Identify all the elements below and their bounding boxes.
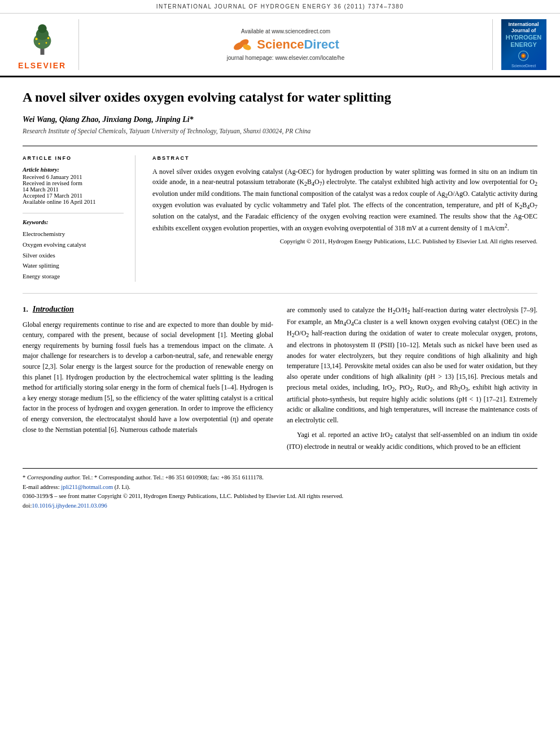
journal-thumbnail: InternationalJournal ofHYDROGENENERGY Sc… bbox=[492, 19, 549, 70]
header-area: ELSEVIER Available at www.sciencedirect.… bbox=[0, 14, 560, 77]
svg-point-5 bbox=[47, 37, 49, 40]
email-footnote: E-mail address: jpli211@hotmail.com (J. … bbox=[23, 483, 537, 492]
article-meta: ARTICLE INFO Article history: Received 6… bbox=[23, 146, 537, 281]
sciencedirect-logo: ScienceDirect bbox=[232, 37, 339, 53]
sciencedirect-leaves-icon bbox=[232, 37, 253, 53]
elsevier-brand-text: ELSEVIER bbox=[18, 61, 66, 70]
authors: Wei Wang, Qiang Zhao, Jinxiang Dong, Jin… bbox=[23, 115, 537, 124]
article-info-label: ARTICLE INFO bbox=[23, 155, 124, 161]
svg-point-3 bbox=[38, 24, 46, 33]
journal-homepage: journal homepage: www.elsevier.com/locat… bbox=[227, 55, 344, 61]
journal-cover-image: InternationalJournal ofHYDROGENENERGY Sc… bbox=[501, 19, 546, 70]
intro-right-text: are commonly used to catalyze the H2O/H2… bbox=[287, 305, 537, 452]
svg-point-7 bbox=[45, 42, 47, 44]
abstract-text: A novel silver oxides oxygen evolving ca… bbox=[152, 167, 537, 233]
abstract-label: ABSTRACT bbox=[152, 155, 537, 161]
journal-title-header: International Journal of Hydrogen Energy… bbox=[156, 3, 404, 10]
footnote-area: * Corresponding author. Tel.: * Correspo… bbox=[23, 468, 537, 511]
svg-point-4 bbox=[35, 38, 37, 40]
right-column: are commonly used to catalyze the H2O/H2… bbox=[287, 305, 537, 457]
abstract-section: ABSTRACT A novel silver oxides oxygen ev… bbox=[152, 155, 537, 281]
intro-heading: 1. Introduction bbox=[23, 305, 273, 314]
cover-title: InternationalJournal ofHYDROGENENERGY bbox=[506, 21, 542, 49]
available-text: Available at www.sciencedirect.com bbox=[241, 28, 330, 34]
left-column: 1. Introduction Global energy requiremen… bbox=[23, 305, 273, 457]
keywords-section: Keywords: Electrochemistry Oxygen evolvi… bbox=[23, 213, 124, 281]
doi-link[interactable]: 10.1016/j.ijhydene.2011.03.096 bbox=[32, 503, 107, 509]
keyword-oec: Oxygen evolving catalyst bbox=[23, 239, 124, 250]
keyword-water-splitting: Water splitting bbox=[23, 260, 124, 271]
copyright-text: Copyright © 2011, Hydrogen Energy Public… bbox=[152, 238, 537, 244]
email-link[interactable]: jpli211@hotmail.com bbox=[61, 484, 113, 490]
section-number: 1. bbox=[23, 305, 28, 314]
revised-label: Received in revised form bbox=[23, 180, 124, 186]
section-divider bbox=[23, 293, 537, 294]
affiliation: Research Institute of Special Chemicals,… bbox=[23, 128, 537, 134]
section-title: Introduction bbox=[33, 305, 74, 314]
article-content: A novel silver oxides oxygen evolving ca… bbox=[0, 77, 560, 522]
doi-footnote: doi:10.1016/j.ijhydene.2011.03.096 bbox=[23, 501, 537, 511]
revised-date: 14 March 2011 bbox=[23, 186, 124, 193]
elsevier-logo: ELSEVIER bbox=[11, 19, 79, 70]
elsevier-tree-icon bbox=[23, 19, 62, 59]
received-date: Received 6 January 2011 bbox=[23, 174, 124, 180]
keyword-silver-oxides: Silver oxides bbox=[23, 250, 124, 261]
journal-header-bar: International Journal of Hydrogen Energy… bbox=[0, 0, 560, 14]
accepted-date: Accepted 17 March 2011 bbox=[23, 193, 124, 199]
sciencedirect-text: ScienceDirect bbox=[257, 37, 339, 52]
issn-footnote: 0360-3199/$ – see front matter Copyright… bbox=[23, 492, 537, 501]
authors-text: Wei Wang, Qiang Zhao, Jinxiang Dong, Jin… bbox=[23, 115, 194, 124]
history-label: Article history: bbox=[23, 167, 124, 173]
available-online-date: Available online 16 April 2011 bbox=[23, 199, 124, 205]
keywords-label: Keywords: bbox=[23, 219, 124, 225]
article-title: A novel silver oxides oxygen evolving ca… bbox=[23, 89, 537, 106]
article-info-panel: ARTICLE INFO Article history: Received 6… bbox=[23, 155, 135, 281]
svg-point-6 bbox=[38, 43, 40, 45]
cover-publisher: ScienceDirect bbox=[511, 64, 536, 68]
corresponding-author: * Corresponding author. Tel.: * Correspo… bbox=[23, 473, 537, 483]
sciencedirect-area: Available at www.sciencedirect.com Scien… bbox=[85, 19, 487, 70]
intro-left-text: Global energy requirements continue to r… bbox=[23, 320, 273, 435]
keyword-electrochemistry: Electrochemistry bbox=[23, 229, 124, 239]
cover-graphic-icon bbox=[511, 49, 536, 63]
keyword-energy-storage: Energy storage bbox=[23, 271, 124, 282]
svg-point-13 bbox=[522, 55, 524, 57]
main-body: 1. Introduction Global energy requiremen… bbox=[23, 305, 537, 457]
